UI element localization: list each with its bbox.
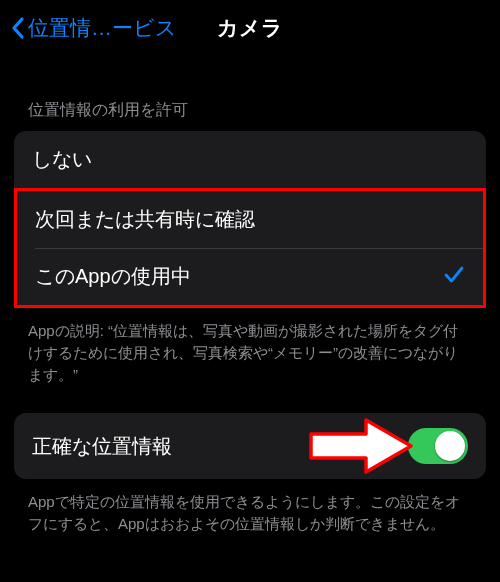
precise-location-toggle[interactable]	[408, 428, 468, 464]
back-label: 位置情…ービス	[28, 14, 177, 42]
option-never[interactable]: しない	[14, 131, 486, 188]
section-footer-precise: Appで特定の位置情報を使用できるようにします。この設定をオフにすると、Appは…	[0, 479, 500, 535]
arrow-annotation-icon	[306, 416, 416, 476]
section-header-location-access: 位置情報の利用を許可	[0, 56, 500, 131]
precise-location-label: 正確な位置情報	[32, 433, 172, 460]
option-label: 次回または共有時に確認	[35, 206, 255, 233]
page-title: カメラ	[217, 14, 283, 42]
toggle-knob	[435, 431, 465, 461]
section-footer-app-description: Appの説明: “位置情報は、写真や動画が撮影された場所をタグ付けするために使用…	[0, 308, 500, 385]
option-label: しない	[32, 146, 92, 173]
option-while-using[interactable]: このAppの使用中	[17, 248, 483, 305]
option-label: このAppの使用中	[35, 263, 191, 290]
back-button[interactable]: 位置情…ービス	[10, 14, 177, 42]
content-area: 位置情報の利用を許可 しない 次回または共有時に確認 このAppの使用中 App…	[0, 56, 500, 535]
precise-location-row: 正確な位置情報	[14, 413, 486, 479]
spacer	[0, 385, 500, 413]
option-ask-next-time[interactable]: 次回または共有時に確認	[17, 191, 483, 248]
nav-bar: 位置情…ービス カメラ	[0, 0, 500, 56]
precise-location-group: 正確な位置情報	[14, 413, 486, 479]
highlight-annotation: 次回または共有時に確認 このAppの使用中	[14, 188, 486, 308]
chevron-left-icon	[10, 16, 26, 40]
check-icon	[443, 263, 465, 290]
location-access-group: しない 次回または共有時に確認 このAppの使用中	[14, 131, 486, 308]
